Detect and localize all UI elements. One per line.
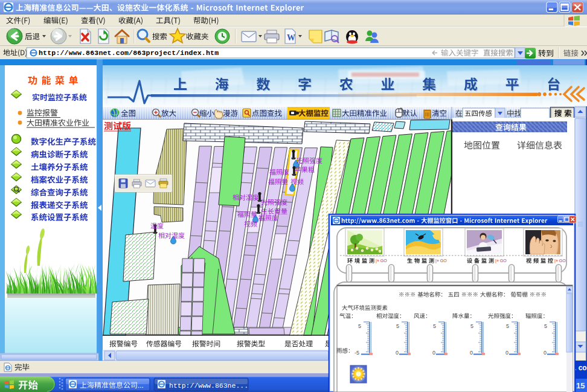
- svg-text:0: 0: [396, 350, 399, 356]
- svg-text:5: 5: [358, 323, 361, 329]
- svg-text:0: 0: [432, 350, 435, 356]
- svg-text:W: W: [287, 33, 295, 42]
- svg-text:|» GO: |» GO: [376, 259, 387, 263]
- svg-text:|» GO: |» GO: [554, 259, 566, 263]
- svg-text:. co: . co: [574, 364, 587, 372]
- svg-text:-5: -5: [354, 350, 359, 356]
- svg-text:5: 5: [396, 323, 399, 329]
- svg-text:0: 0: [505, 350, 508, 356]
- svg-text:|» GO: |» GO: [435, 259, 447, 263]
- svg-text:|» GO: |» GO: [495, 259, 507, 263]
- svg-text:5: 5: [506, 323, 509, 329]
- svg-text:15: 15: [576, 381, 585, 390]
- svg-text:5: 5: [544, 323, 547, 329]
- svg-text:http://www.863ne...: http://www.863ne...: [169, 382, 248, 390]
- svg-text:5: 5: [470, 323, 473, 329]
- svg-text:0: 0: [470, 350, 473, 356]
- svg-text:http://www.863net.com/863proje: http://www.863net.com/863project/index.h…: [39, 49, 219, 57]
- svg-text:5: 5: [433, 323, 436, 329]
- svg-text:0: 0: [544, 350, 547, 356]
